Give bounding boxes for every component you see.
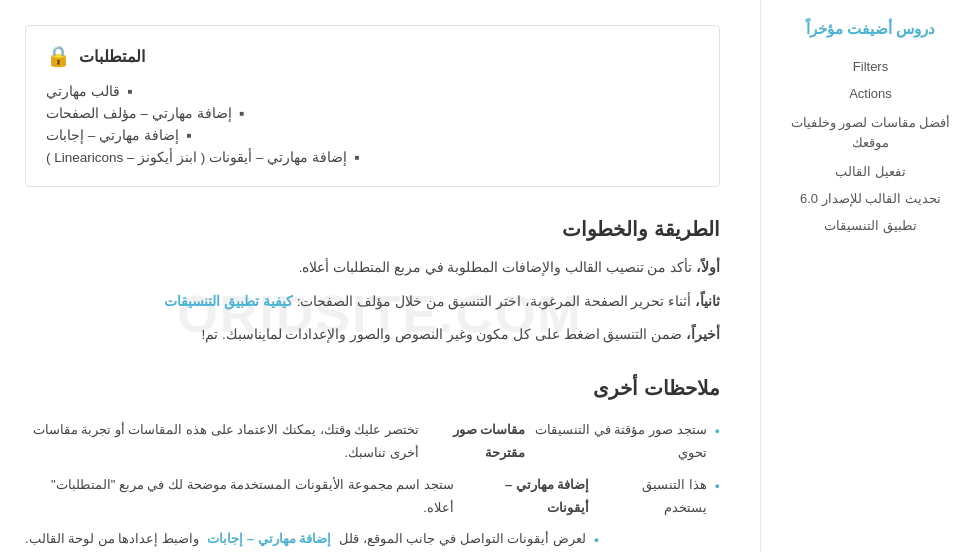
requirements-list: قالب مهارتي إضافة مهارتي – مؤلف الصفحات …	[46, 80, 699, 168]
note3-text2: واضبط إعدادها من لوحة القالب.	[25, 527, 199, 550]
method-title: الطريقة والخطوات	[25, 217, 720, 241]
sidebar: دروس أضيفت مؤخراً Filters Actions أفضل م…	[760, 0, 980, 552]
note3-link[interactable]: إضافة مهارتي – إجابات	[207, 527, 331, 550]
note1-bold: مقاسات صور مقترحة	[427, 418, 526, 465]
note2-bold: إضافة مهارتي – أيقونات	[462, 473, 590, 520]
how-to-apply-link[interactable]: كيفية تطبيق التنسيقات	[164, 294, 293, 309]
step-1: أولاً، تأكد من تنصيب القالب والإضافات ال…	[25, 255, 720, 281]
requirements-title: المتطلبات	[79, 47, 145, 66]
notes-section: ملاحظات أخرى ستجد صور مؤقتة في التنسيقات…	[25, 376, 720, 552]
method-steps: أولاً، تأكد من تنصيب القالب والإضافات ال…	[25, 255, 720, 348]
requirements-box: المتطلبات 🔒 قالب مهارتي إضافة مهارتي – م…	[25, 25, 720, 187]
note-item-1: ستجد صور مؤقتة في التنسيقات تحوي مقاسات …	[25, 414, 720, 469]
note2-text1: هذا التنسيق يستخدم	[597, 473, 706, 520]
step3-prefix: أخيراً،	[686, 327, 720, 342]
req-item-3: إضافة مهارتي – إجابات	[46, 124, 699, 146]
sidebar-item-filters[interactable]: Filters	[776, 53, 965, 80]
sidebar-item-activate-template[interactable]: تفعيل القالب	[776, 158, 965, 185]
sidebar-item-apply-styles[interactable]: تطبيق التنسيقات	[776, 212, 965, 239]
note3-text1: لعرض أيقونات التواصل في جانب الموقع، قلل	[339, 527, 586, 550]
req-item-2: إضافة مهارتي – مؤلف الصفحات	[46, 102, 699, 124]
step3-text: ضمن التنسيق اضغط على كل مكون وغير النصوص…	[201, 327, 682, 342]
note1-text2: تختصر عليك وقتك، يمكنك الاعتماد على هذه …	[25, 418, 419, 465]
note-item-3: لعرض أيقونات التواصل في جانب الموقع، قلل…	[25, 523, 720, 552]
sidebar-item-best-images[interactable]: أفضل مقاسات لصور وخلفيات موقعك	[776, 107, 965, 158]
note2-text2: ستجد اسم مجموعة الأيقونات المستخدمة موضح…	[25, 473, 454, 520]
notes-list: ستجد صور مؤقتة في التنسيقات تحوي مقاسات …	[25, 414, 720, 552]
req-item-4: إضافة مهارتي – أيقونات ( ابنز أيكونز – L…	[46, 146, 699, 168]
sidebar-item-actions[interactable]: Actions	[776, 80, 965, 107]
sidebar-item-update-template[interactable]: تحديث القالب للإصدار 6.0	[776, 185, 965, 212]
step-3: أخيراً، ضمن التنسيق اضغط على كل مكون وغي…	[25, 322, 720, 348]
step-2: ثانياً، أثناء تحرير الصفحة المرغوبة، اخت…	[25, 289, 720, 315]
sidebar-title: دروس أضيفت مؤخراً	[776, 20, 965, 38]
lock-icon: 🔒	[46, 44, 71, 68]
main-content: ORIDSITE.COM المتطلبات 🔒 قالب مهارتي إضا…	[0, 0, 760, 552]
notes-title: ملاحظات أخرى	[25, 376, 720, 400]
method-section: الطريقة والخطوات أولاً، تأكد من تنصيب ال…	[25, 217, 720, 348]
step1-text: تأكد من تنصيب القالب والإضافات المطلوبة …	[299, 260, 693, 275]
note1-text1: ستجد صور مؤقتة في التنسيقات تحوي	[533, 418, 706, 465]
step2-prefix: ثانياً،	[695, 294, 720, 309]
note-item-2: هذا التنسيق يستخدم إضافة مهارتي – أيقونا…	[25, 469, 720, 524]
step2-text: أثناء تحرير الصفحة المرغوبة، اختر التنسي…	[293, 294, 691, 309]
req-item-1: قالب مهارتي	[46, 80, 699, 102]
step1-prefix: أولاً،	[696, 260, 720, 275]
